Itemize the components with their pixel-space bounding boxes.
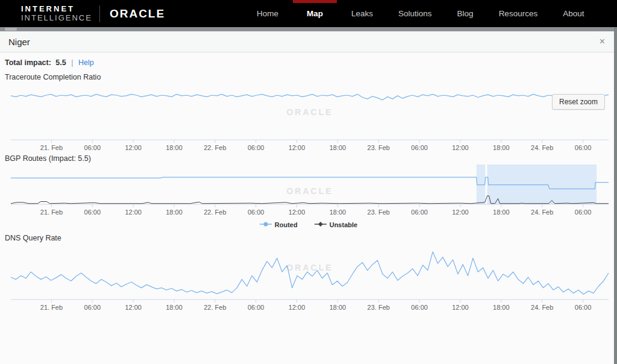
svg-text:24. Feb: 24. Feb: [531, 144, 553, 151]
nav-item-blog[interactable]: Blog: [445, 0, 486, 27]
nav-item-map[interactable]: Map: [291, 0, 339, 27]
brand-line1: INTERNET: [21, 5, 92, 14]
svg-text:12:00: 12:00: [289, 144, 305, 151]
nav-item-about[interactable]: About: [550, 0, 597, 27]
svg-text:22. Feb: 22. Feb: [204, 144, 226, 151]
traceroute-chart-title: Traceroute Completion Ratio: [5, 73, 612, 81]
svg-text:06:00: 06:00: [575, 304, 592, 311]
svg-text:21. Feb: 21. Feb: [40, 209, 63, 216]
svg-text:12:00: 12:00: [125, 209, 142, 216]
svg-text:22. Feb: 22. Feb: [204, 209, 226, 216]
svg-text:ORACLE: ORACLE: [286, 107, 333, 117]
svg-text:06:00: 06:00: [575, 144, 592, 151]
top-nav: INTERNET INTELLIGENCE ORACLE Home Map Le…: [0, 0, 617, 27]
svg-text:21. Feb: 21. Feb: [40, 144, 63, 151]
svg-text:ORACLE: ORACLE: [286, 186, 333, 196]
panel-header: Niger ×: [0, 31, 617, 52]
total-impact-row: Total impact: 5.5 | Help: [5, 58, 612, 67]
traceroute-chart-block: Traceroute Completion Ratio ORACLE21. Fe…: [5, 73, 612, 153]
routed-marker-icon: [260, 221, 272, 228]
traceroute-chart[interactable]: ORACLE21. Feb06:0012:0018:0022. Feb06:00…: [5, 82, 612, 153]
help-link[interactable]: Help: [78, 58, 94, 67]
impact-separator: |: [71, 58, 73, 67]
svg-text:06:00: 06:00: [84, 209, 101, 216]
svg-text:23. Feb: 23. Feb: [368, 304, 390, 311]
panel-body: Total impact: 5.5 | Help Traceroute Comp…: [0, 52, 617, 314]
dns-chart-block: DNS Query Rate ORACLE21. Feb06:0012:0018…: [5, 234, 612, 314]
vertical-scrollbar[interactable]: [614, 27, 617, 364]
country-detail-panel: Niger × Total impact: 5.5 | Help Tracero…: [0, 31, 617, 364]
dns-chart-title: DNS Query Rate: [5, 234, 612, 242]
svg-text:18:00: 18:00: [330, 144, 346, 151]
brand-divider: [99, 5, 100, 22]
close-icon[interactable]: ×: [600, 37, 605, 46]
total-impact-label: Total impact:: [5, 58, 51, 67]
svg-text:12:00: 12:00: [452, 144, 469, 151]
svg-text:24. Feb: 24. Feb: [531, 304, 553, 311]
legend-label-unstable: Unstable: [330, 221, 357, 228]
horizontal-scrollbar[interactable]: [0, 27, 617, 31]
nav-item-home[interactable]: Home: [244, 0, 291, 27]
svg-text:06:00: 06:00: [411, 304, 428, 311]
bgp-chart-svg[interactable]: ORACLE21. Feb06:0012:0018:0022. Feb06:00…: [5, 163, 612, 218]
page-title: Niger: [8, 37, 30, 47]
nav-item-solutions[interactable]: Solutions: [386, 0, 445, 27]
legend-item-routed[interactable]: Routed: [260, 221, 298, 228]
svg-text:06:00: 06:00: [575, 209, 592, 216]
total-impact-value: 5.5: [55, 58, 66, 67]
svg-text:18:00: 18:00: [166, 209, 183, 216]
svg-text:21. Feb: 21. Feb: [40, 304, 63, 311]
bgp-chart-block: BGP Routes (Impact: 5.5) ORACLE21. Feb06…: [5, 154, 612, 231]
svg-text:12:00: 12:00: [125, 144, 142, 151]
svg-text:06:00: 06:00: [248, 144, 265, 151]
svg-text:18:00: 18:00: [493, 304, 510, 311]
svg-text:23. Feb: 23. Feb: [368, 209, 390, 216]
dns-chart[interactable]: ORACLE21. Feb06:0012:0018:0022. Feb06:00…: [5, 243, 612, 314]
oracle-logo[interactable]: ORACLE: [110, 7, 165, 20]
svg-text:18:00: 18:00: [166, 144, 183, 151]
svg-text:18:00: 18:00: [330, 209, 346, 216]
horizontal-scrollbar-thumb[interactable]: [5, 28, 17, 31]
svg-text:18:00: 18:00: [330, 304, 346, 311]
svg-text:18:00: 18:00: [493, 144, 510, 151]
svg-text:06:00: 06:00: [411, 144, 428, 151]
svg-text:18:00: 18:00: [166, 304, 183, 311]
svg-text:23. Feb: 23. Feb: [368, 144, 390, 151]
svg-text:12:00: 12:00: [289, 304, 305, 311]
svg-text:06:00: 06:00: [248, 209, 265, 216]
internet-intelligence-logo[interactable]: INTERNET INTELLIGENCE: [21, 5, 92, 23]
svg-text:ORACLE: ORACLE: [286, 263, 333, 272]
svg-text:06:00: 06:00: [84, 304, 101, 311]
svg-text:12:00: 12:00: [289, 209, 305, 216]
brand-line2: INTELLIGENCE: [21, 14, 92, 23]
reset-zoom-button[interactable]: Reset zoom: [552, 94, 605, 110]
svg-text:12:00: 12:00: [452, 304, 469, 311]
svg-text:18:00: 18:00: [493, 209, 510, 216]
bgp-chart[interactable]: ORACLE21. Feb06:0012:0018:0022. Feb06:00…: [5, 163, 612, 218]
nav-item-leaks[interactable]: Leaks: [339, 0, 386, 27]
dns-chart-svg[interactable]: ORACLE21. Feb06:0012:0018:0022. Feb06:00…: [5, 243, 612, 314]
svg-text:06:00: 06:00: [248, 304, 265, 311]
svg-text:06:00: 06:00: [411, 209, 428, 216]
legend-label-routed: Routed: [275, 221, 298, 228]
legend-item-unstable[interactable]: Unstable: [315, 221, 357, 228]
svg-text:22. Feb: 22. Feb: [204, 304, 226, 311]
bgp-chart-title: BGP Routes (Impact: 5.5): [5, 154, 612, 163]
svg-text:24. Feb: 24. Feb: [531, 209, 553, 216]
svg-text:12:00: 12:00: [452, 209, 469, 216]
svg-text:06:00: 06:00: [84, 144, 101, 151]
nav-menu: Home Map Leaks Solutions Blog Resources …: [244, 0, 597, 27]
svg-text:12:00: 12:00: [125, 304, 142, 311]
unstable-marker-icon: [315, 221, 327, 228]
traceroute-chart-svg[interactable]: ORACLE21. Feb06:0012:0018:0022. Feb06:00…: [5, 82, 612, 153]
nav-item-resources[interactable]: Resources: [486, 0, 551, 27]
bgp-legend: Routed Unstable: [5, 218, 612, 231]
